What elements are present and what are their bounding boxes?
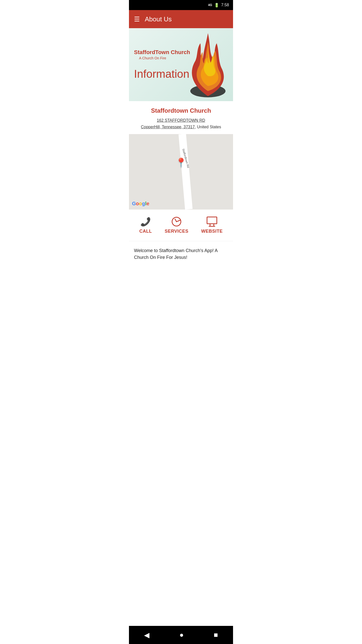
toolbar: ☰ About Us: [129, 10, 233, 28]
hamburger-menu-icon[interactable]: ☰: [134, 16, 140, 22]
services-label: SERVICES: [165, 229, 189, 234]
home-button[interactable]: ●: [174, 629, 189, 641]
church-info-section: Staffordtown Church 162 STAFFORDTOWN RD …: [129, 101, 233, 134]
bottom-nav-bar: ◀ ● ■: [129, 626, 233, 644]
website-button[interactable]: WEBSITE: [201, 217, 223, 234]
signal-indicator: 4G: [208, 3, 212, 7]
welcome-text: Welcome to Staffordtown Church's App! A …: [134, 247, 228, 261]
status-bar: 4G 🔋 7:58: [129, 0, 233, 10]
address-line1[interactable]: 162 STAFFORDTOWN RD: [133, 117, 229, 124]
phone-icon: 📞: [140, 217, 151, 227]
call-label: CALL: [139, 229, 152, 234]
call-button[interactable]: 📞 CALL: [139, 217, 152, 234]
google-watermark: Google: [132, 201, 149, 207]
services-button[interactable]: SERVICES: [165, 217, 189, 234]
back-button[interactable]: ◀: [139, 629, 155, 641]
welcome-section: Welcome to Staffordtown Church's App! A …: [129, 241, 233, 267]
map-section[interactable]: Staffordtown Rd 📍 Google: [129, 134, 233, 210]
monitor-icon: [207, 217, 217, 227]
spacer: [129, 267, 233, 626]
banner-section: StaffordTown Church A Church On Fire Inf…: [129, 28, 233, 101]
address-block[interactable]: 162 STAFFORDTOWN RD CopperHill, Tennesse…: [133, 117, 229, 130]
map-road: [178, 134, 193, 210]
time-display: 7:58: [221, 3, 229, 7]
page-title: About Us: [145, 15, 172, 23]
website-label: WEBSITE: [201, 229, 223, 234]
flame-graphic: [183, 31, 233, 99]
recent-apps-button[interactable]: ■: [209, 629, 223, 641]
map-pin: 📍: [175, 157, 187, 168]
church-name-heading: Staffordtown Church: [133, 107, 229, 114]
address-line2[interactable]: CopperHill, Tennessee, 37317: [141, 125, 195, 129]
actions-row: 📞 CALL SERVICES WEBSITE: [129, 210, 233, 241]
address-country: , United States: [195, 125, 221, 129]
battery-icon: 🔋: [214, 3, 219, 8]
